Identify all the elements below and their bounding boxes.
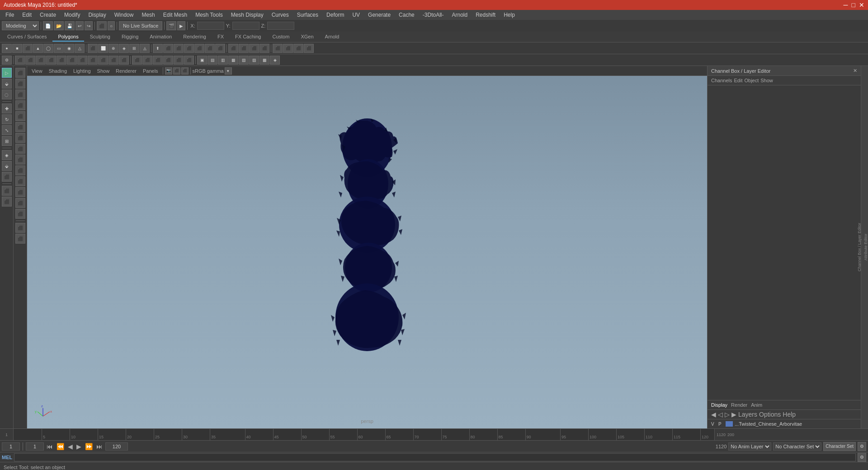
uv-map-icon[interactable]: ⬛	[283, 44, 293, 53]
gamma-dropdown[interactable]: ▾	[225, 67, 232, 75]
minimize-btn[interactable]: ─	[844, 1, 848, 9]
paint-tool[interactable]: ⬛	[2, 172, 12, 182]
rotate-tool[interactable]: ↻	[2, 114, 12, 124]
char-set-select[interactable]: No Character Set	[773, 442, 821, 451]
sidebar-btn-12[interactable]: ⬛	[15, 187, 25, 197]
sidebar-btn-3[interactable]: ⬛	[15, 89, 25, 99]
go-end-btn[interactable]: ⏭	[95, 443, 104, 450]
anim-layer-select[interactable]: No Anim Layer	[728, 442, 771, 451]
icon2-7[interactable]: ⬛	[67, 56, 77, 65]
connect-icon[interactable]: ⬛	[215, 44, 225, 53]
menu-window[interactable]: Window	[111, 11, 137, 19]
append-icon[interactable]: ⬛	[249, 44, 259, 53]
maximize-btn[interactable]: □	[852, 1, 855, 9]
anim-opts-btn[interactable]: ⚙	[858, 442, 866, 451]
soft-mod-tool[interactable]: ◈	[2, 150, 12, 160]
icon2-13[interactable]: ⬛	[132, 56, 142, 65]
menu-deform[interactable]: Deform	[323, 11, 348, 19]
layer-prev-btn[interactable]: ◀	[711, 411, 716, 418]
icon2-2[interactable]: ⬛	[15, 56, 25, 65]
mel-input[interactable]	[14, 453, 856, 461]
play-btn[interactable]: ▶	[75, 443, 82, 450]
layer-options-btn[interactable]: Layers	[738, 411, 757, 418]
z-field[interactable]	[267, 22, 294, 30]
sidebar-btn-10[interactable]: ⬛	[15, 165, 25, 175]
icon2-21[interactable]: ▥	[218, 56, 228, 65]
mirror-icon[interactable]: ⊞	[129, 44, 139, 53]
icon2-12[interactable]: ⬛	[119, 56, 129, 65]
tab-sculpting[interactable]: Sculpting	[85, 33, 116, 42]
tab-polygons[interactable]: Polygons	[52, 33, 84, 42]
lasso-tool[interactable]: ◌	[2, 89, 12, 99]
menu-modify[interactable]: Modify	[61, 11, 84, 19]
x-field[interactable]	[197, 22, 224, 30]
combine-icon[interactable]: ⬛	[88, 44, 98, 53]
icon2-6[interactable]: ⬛	[57, 56, 66, 65]
select-tool[interactable]: ▷	[2, 68, 12, 78]
select-btn[interactable]: ⬛	[97, 21, 107, 30]
lasso-btn[interactable]: ○	[108, 21, 115, 30]
mel-run-btn[interactable]: ⚙	[858, 453, 866, 462]
persp-icon[interactable]: ⬛	[173, 67, 180, 75]
y-field[interactable]	[232, 22, 259, 30]
cam-icon[interactable]: 📷	[165, 67, 172, 75]
icon2-9[interactable]: ⬛	[88, 56, 98, 65]
layer-tab-anim[interactable]: Anim	[751, 402, 762, 408]
icon2-19[interactable]: ▣	[197, 56, 207, 65]
render-btn[interactable]: 🎬	[166, 21, 176, 30]
menu-display[interactable]: Display	[85, 11, 109, 19]
icon2-16[interactable]: ⬛	[163, 56, 173, 65]
triangulate-icon[interactable]: ◬	[140, 44, 150, 53]
extrude-icon[interactable]: ⬆	[153, 44, 163, 53]
paint-select-tool[interactable]: ⬙	[2, 79, 12, 89]
bool-union-icon[interactable]: ⊕	[108, 44, 118, 53]
view-menu-show[interactable]: Show	[94, 68, 113, 74]
mode-select[interactable]: Modeling Rigging Animation FX Rendering …	[2, 21, 39, 30]
timeline[interactable]: 1 5 10 15 20 25 30 35 40 45 50 55 60 65 …	[0, 428, 868, 440]
sidebar-btn-9[interactable]: ⬛	[15, 155, 25, 164]
menu-curves[interactable]: Curves	[268, 11, 292, 19]
menu-help[interactable]: Help	[500, 11, 519, 19]
tab-arnold[interactable]: Arnold	[320, 33, 345, 42]
layer-next-btn[interactable]: ▷	[725, 411, 730, 418]
icon2-24[interactable]: ▨	[249, 56, 259, 65]
icon2-20[interactable]: ▤	[208, 56, 217, 65]
uv-unfold-icon[interactable]: ⬛	[273, 44, 283, 53]
icon2-18[interactable]: ⬛	[184, 56, 194, 65]
menu-mesh-display[interactable]: Mesh Display	[227, 11, 267, 19]
layer-tab-display[interactable]: Display	[711, 402, 727, 408]
icon2-1[interactable]: ⚙	[2, 56, 12, 65]
snap-tool[interactable]: ⬛	[2, 186, 12, 196]
bevel-icon[interactable]: ⬛	[205, 44, 215, 53]
next-frame-btn[interactable]: ⏩	[84, 443, 94, 450]
sidebar-btn-14[interactable]: ⬛	[15, 209, 25, 219]
icon2-14[interactable]: ⬛	[142, 56, 152, 65]
current-frame-field[interactable]	[2, 442, 20, 451]
sculpt-icon[interactable]: ⬛	[259, 44, 269, 53]
menu-generate[interactable]: Generate	[364, 11, 394, 19]
cylinder-icon[interactable]: ⬛	[23, 44, 33, 53]
universal-tool[interactable]: ⊞	[2, 136, 12, 146]
range-end-field[interactable]	[105, 442, 128, 451]
icon2-3[interactable]: ⬛	[25, 56, 35, 65]
sphere-icon[interactable]: ●	[2, 44, 12, 53]
char-set-btn[interactable]: Character Set	[823, 442, 856, 451]
sidebar-btn-1[interactable]: ⬛	[15, 68, 25, 78]
close-btn[interactable]: ✕	[859, 1, 864, 9]
viewport[interactable]: View Shading Lighting Show Renderer Pane…	[27, 66, 707, 428]
view-menu-view[interactable]: View	[29, 68, 45, 74]
view-menu-panels[interactable]: Panels	[140, 68, 161, 74]
icon2-10[interactable]: ⬛	[98, 56, 108, 65]
new-scene-btn[interactable]: 📄	[43, 21, 53, 30]
sidebar-btn-4[interactable]: ⬛	[15, 100, 25, 110]
ring-icon[interactable]: ⬛	[239, 44, 249, 53]
icon2-4[interactable]: ⬛	[36, 56, 46, 65]
smooth-icon[interactable]: ◈	[119, 44, 129, 53]
tab-curves-surfaces[interactable]: Curves / Surfaces	[2, 33, 52, 42]
annotate-tool[interactable]: ⬛	[2, 197, 12, 207]
cb-tab-object[interactable]: Object	[744, 78, 759, 83]
layer-help2-btn[interactable]: Help	[783, 411, 796, 418]
cb-tab-channels[interactable]: Channels	[711, 78, 732, 83]
sidebar-btn-16[interactable]: ⬛	[15, 234, 25, 244]
bridge-icon[interactable]: ⬛	[163, 44, 173, 53]
